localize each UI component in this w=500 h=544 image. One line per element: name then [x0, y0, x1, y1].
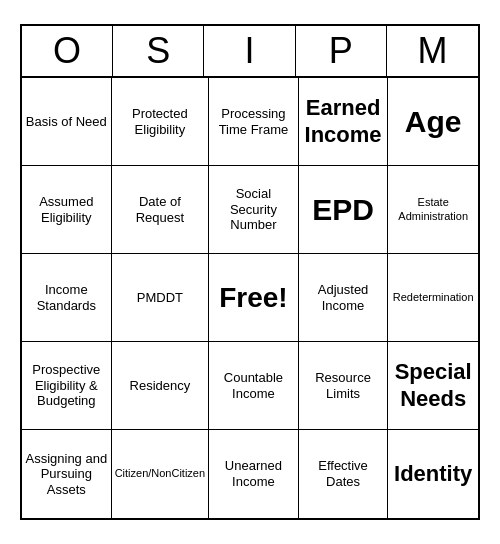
- grid-cell-7: Social Security Number: [209, 166, 299, 254]
- grid-cell-5: Assumed Eligibility: [22, 166, 112, 254]
- header-col-p: P: [296, 26, 387, 76]
- cell-text-0: Basis of Need: [26, 114, 107, 130]
- grid-cell-13: Adjusted Income: [299, 254, 389, 342]
- grid-cell-12: Free!: [209, 254, 299, 342]
- cell-text-17: Countable Income: [212, 370, 295, 401]
- cell-text-10: Income Standards: [25, 282, 108, 313]
- grid-cell-21: Citizen/NonCitizen: [112, 430, 209, 518]
- grid-cell-18: Resource Limits: [299, 342, 389, 430]
- header-col-i: I: [204, 26, 295, 76]
- header-row: OSIPM: [22, 26, 478, 78]
- cell-text-2: Processing Time Frame: [212, 106, 295, 137]
- cell-text-3: Earned Income: [302, 95, 385, 148]
- grid-cell-6: Date of Request: [112, 166, 209, 254]
- cell-text-24: Identity: [394, 461, 472, 487]
- cell-text-15: Prospective Eligibility & Budgeting: [25, 362, 108, 409]
- cell-text-6: Date of Request: [115, 194, 205, 225]
- cell-text-19: Special Needs: [391, 359, 475, 412]
- cell-text-12: Free!: [219, 281, 287, 315]
- header-col-o: O: [22, 26, 113, 76]
- grid-cell-3: Earned Income: [299, 78, 389, 166]
- grid-cell-0: Basis of Need: [22, 78, 112, 166]
- grid-cell-1: Protected Eligibility: [112, 78, 209, 166]
- grid-cell-20: Assigning and Pursuing Assets: [22, 430, 112, 518]
- grid-cell-16: Residency: [112, 342, 209, 430]
- grid-cell-23: Effective Dates: [299, 430, 389, 518]
- cell-text-11: PMDDT: [137, 290, 183, 306]
- cell-text-18: Resource Limits: [302, 370, 385, 401]
- grid-cell-24: Identity: [388, 430, 478, 518]
- cell-text-13: Adjusted Income: [302, 282, 385, 313]
- bingo-card: OSIPM Basis of NeedProtected Eligibility…: [20, 24, 480, 520]
- grid-cell-22: Unearned Income: [209, 430, 299, 518]
- grid-cell-8: EPD: [299, 166, 389, 254]
- grid-cell-9: Estate Administration: [388, 166, 478, 254]
- grid-cell-11: PMDDT: [112, 254, 209, 342]
- cell-text-8: EPD: [312, 192, 374, 228]
- cell-text-4: Age: [405, 104, 462, 140]
- grid-cell-2: Processing Time Frame: [209, 78, 299, 166]
- header-col-s: S: [113, 26, 204, 76]
- grid-cell-15: Prospective Eligibility & Budgeting: [22, 342, 112, 430]
- grid-cell-14: Redetermination: [388, 254, 478, 342]
- cell-text-16: Residency: [130, 378, 191, 394]
- grid-cell-19: Special Needs: [388, 342, 478, 430]
- header-col-m: M: [387, 26, 478, 76]
- cell-text-7: Social Security Number: [212, 186, 295, 233]
- cell-text-20: Assigning and Pursuing Assets: [25, 451, 108, 498]
- cell-text-23: Effective Dates: [302, 458, 385, 489]
- cell-text-22: Unearned Income: [212, 458, 295, 489]
- cell-text-1: Protected Eligibility: [115, 106, 205, 137]
- grid-cell-17: Countable Income: [209, 342, 299, 430]
- grid-cell-10: Income Standards: [22, 254, 112, 342]
- grid: Basis of NeedProtected EligibilityProces…: [22, 78, 478, 518]
- cell-text-21: Citizen/NonCitizen: [115, 467, 205, 480]
- grid-cell-4: Age: [388, 78, 478, 166]
- cell-text-5: Assumed Eligibility: [25, 194, 108, 225]
- cell-text-9: Estate Administration: [391, 196, 475, 222]
- cell-text-14: Redetermination: [393, 291, 474, 304]
